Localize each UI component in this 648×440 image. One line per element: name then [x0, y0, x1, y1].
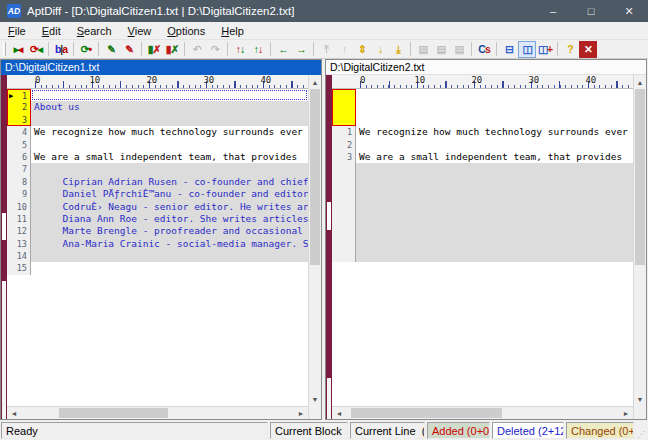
current-difference-icon[interactable]: ⇕ [353, 41, 371, 58]
line-number [332, 213, 356, 225]
line-row[interactable] [332, 213, 633, 225]
next-difference-icon[interactable]: ↓ [371, 41, 389, 58]
scroll-up-icon[interactable]: ▲ [309, 75, 321, 89]
v-scroll-thumb[interactable] [310, 89, 320, 265]
line-row[interactable] [332, 101, 633, 113]
line-text [356, 176, 633, 188]
line-text [31, 89, 308, 101]
delete-left-icon[interactable]: ▮✗ [145, 41, 163, 58]
line-text: We are a small independent team, that pr… [356, 151, 633, 163]
menu-search[interactable]: Search [69, 23, 120, 39]
line-text [31, 163, 308, 175]
h-scroll-thumb[interactable] [351, 408, 501, 418]
line-row[interactable]: 13 Ana-Maria Crainic - social-media mana… [7, 238, 308, 250]
text-area[interactable]: 1We recognize how much technology surrou… [332, 89, 633, 406]
layout-vertical-new-icon[interactable]: ◫+ [536, 41, 554, 58]
line-row[interactable]: 8 Ciprian Adrian Rusen - co-founder and … [7, 176, 308, 188]
h-scroll-track[interactable] [346, 407, 619, 419]
menu-file[interactable]: File [0, 23, 34, 39]
line-row[interactable] [332, 238, 633, 250]
text-compare-icon[interactable]: b|a [52, 41, 70, 58]
scroll-left-icon[interactable]: ◄ [7, 407, 21, 419]
line-row[interactable] [332, 114, 633, 126]
line-row[interactable]: 5 [7, 139, 308, 151]
line-row[interactable]: 14 [7, 250, 308, 262]
scroll-left-icon[interactable]: ◄ [332, 407, 346, 419]
scroll-down-icon[interactable]: ▼ [634, 392, 646, 406]
line-row[interactable]: 15 [7, 262, 308, 274]
line-row[interactable]: 9 Daniel PÄƒrchiÈ™anu - co-founder and e… [7, 188, 308, 200]
line-text [356, 201, 633, 213]
layout-vertical-icon[interactable]: ◫ [518, 41, 536, 58]
menu-help[interactable]: Help [213, 23, 252, 39]
line-row[interactable] [332, 89, 633, 101]
h-scroll-thumb[interactable] [59, 408, 168, 418]
toolbar-separator [227, 42, 228, 56]
right-vertical-scrollbar[interactable]: ▲ ▼ [633, 75, 646, 419]
next-diff-pair-icon[interactable]: ↑↓ [249, 41, 267, 58]
previous-diff-pair-icon[interactable]: ↑↓ [231, 41, 249, 58]
right-pane-title[interactable]: D:\DigitalCitizen2.txt [326, 60, 646, 75]
line-number: 1 [332, 126, 356, 138]
left-horizontal-scrollbar[interactable]: ◄ ► [7, 406, 308, 419]
menu-edit[interactable]: Edit [34, 23, 69, 39]
right-horizontal-scrollbar[interactable]: ◄ ► [332, 406, 633, 419]
resize-grip[interactable]: ⋰ [636, 422, 646, 439]
toolbar-separator [313, 42, 314, 56]
line-row[interactable]: 4We recognize how much technology surrou… [7, 126, 308, 138]
line-row[interactable]: 12 Marte Brengle - proofreader and occas… [7, 225, 308, 237]
menu-options[interactable]: Options [159, 23, 213, 39]
exit-icon[interactable]: ✕ [579, 41, 597, 58]
line-row[interactable]: 1▶ [7, 89, 308, 101]
scroll-up-icon[interactable]: ▲ [634, 75, 646, 89]
last-difference-icon[interactable]: ⤓ [389, 41, 407, 58]
line-row[interactable] [332, 250, 633, 262]
line-row[interactable]: 1We recognize how much technology surrou… [332, 126, 633, 138]
scroll-down-icon[interactable]: ▼ [309, 392, 321, 406]
v-scroll-track[interactable] [309, 89, 321, 392]
line-text: We recognize how much technology surroun… [31, 126, 308, 138]
maximize-button[interactable]: □ [572, 0, 610, 22]
v-scroll-thumb[interactable] [635, 89, 645, 265]
line-row[interactable]: 10 CodruÈ› Neagu - senior editor. He wri… [7, 201, 308, 213]
scroll-right-icon[interactable]: ► [294, 407, 308, 419]
line-row[interactable]: 3We are a small independent team, that p… [332, 151, 633, 163]
v-scroll-track[interactable] [634, 89, 646, 392]
toolbar-separator [98, 42, 99, 56]
line-row[interactable] [332, 176, 633, 188]
merge-right-icon[interactable]: → [292, 41, 310, 58]
line-number: 1▶ [7, 89, 31, 101]
text-area[interactable]: 1▶2About us34We recognize how much techn… [7, 89, 308, 406]
delete-right-icon[interactable]: ▮✗ [163, 41, 181, 58]
line-number: 13 [7, 238, 31, 250]
close-button[interactable]: ✕ [610, 0, 648, 22]
line-row[interactable] [332, 163, 633, 175]
line-row[interactable]: 2 [332, 139, 633, 151]
line-number: 5 [7, 139, 31, 151]
help-icon[interactable]: ? [561, 41, 579, 58]
line-row[interactable] [332, 225, 633, 237]
line-row[interactable]: 11 Diana Ann Roe - editor. She writes ar… [7, 213, 308, 225]
character-set-icon[interactable]: Cs [475, 41, 493, 58]
recompare-icon[interactable]: ⟳◂ [27, 41, 45, 58]
layout-horizontal-icon[interactable]: ⊟ [500, 41, 518, 58]
line-row[interactable] [332, 201, 633, 213]
menu-view[interactable]: View [120, 23, 160, 39]
line-row[interactable]: 7 [7, 163, 308, 175]
refresh-files-icon[interactable]: ⟳• [77, 41, 95, 58]
line-row[interactable]: 6We are a small independent team, that p… [7, 151, 308, 163]
line-number: 12 [7, 225, 31, 237]
line-row[interactable]: 2About us [7, 101, 308, 113]
compare-files-icon[interactable]: ▸◂ [9, 41, 27, 58]
left-vertical-scrollbar[interactable]: ▲ ▼ [308, 75, 321, 419]
merge-left-icon[interactable]: ← [274, 41, 292, 58]
minimize-button[interactable]: – [534, 0, 572, 22]
h-scroll-track[interactable] [21, 407, 294, 419]
left-pane-title[interactable]: D:\DigitalCitizen1.txt [1, 60, 321, 75]
edit-left-file-icon[interactable]: ✎ [102, 41, 120, 58]
scroll-right-icon[interactable]: ► [619, 407, 633, 419]
line-row[interactable]: 3 [7, 114, 308, 126]
edit-right-file-icon[interactable]: ✎ [120, 41, 138, 58]
line-row[interactable] [332, 188, 633, 200]
line-text [356, 114, 633, 126]
